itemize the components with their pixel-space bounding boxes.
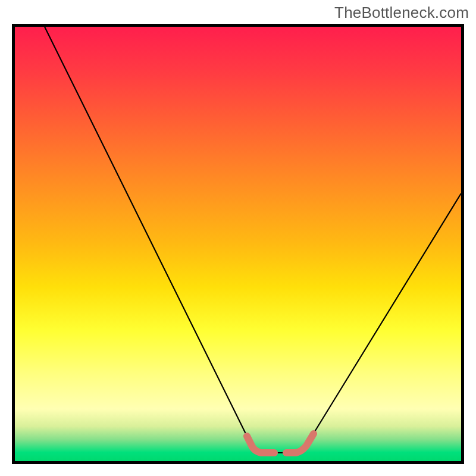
- watermark-text: TheBottleneck.com: [334, 4, 469, 22]
- valley-marker-right: [286, 434, 314, 453]
- bottleneck-curve: [45, 27, 461, 453]
- bottleneck-curve-svg: [15, 27, 461, 461]
- valley-marker-left: [247, 436, 274, 453]
- chart-frame: [12, 24, 464, 464]
